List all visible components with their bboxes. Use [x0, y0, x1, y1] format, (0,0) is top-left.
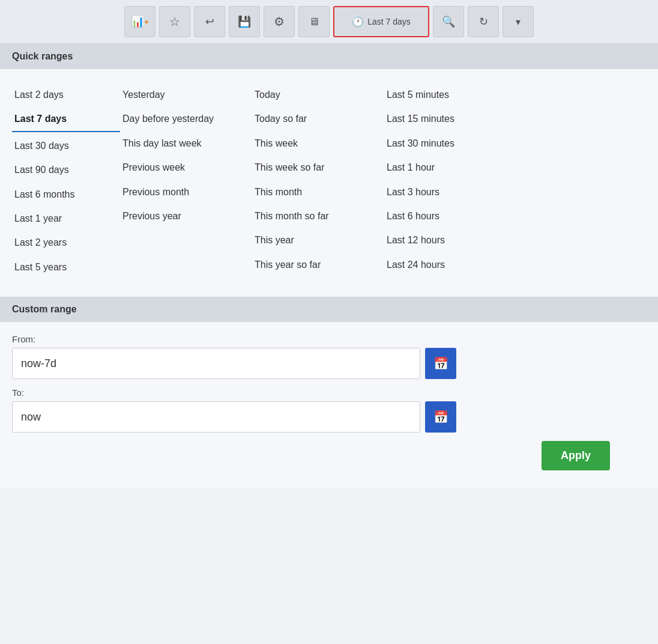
- plus-icon: +: [144, 17, 149, 26]
- custom-range-title: Custom range: [12, 304, 77, 314]
- quick-ranges-header: Quick ranges: [0, 44, 658, 69]
- range-col-4: Last 5 minutes Last 15 minutes Last 30 m…: [384, 84, 504, 279]
- custom-range-body: From: 📅 To: 📅 Apply: [0, 322, 658, 488]
- range-col-1: Last 2 days Last 7 days Last 30 days Las…: [12, 84, 120, 279]
- clock-icon: 🕐: [352, 16, 364, 28]
- to-label: To:: [12, 387, 646, 398]
- time-picker-label: Last 7 days: [367, 17, 411, 26]
- list-item[interactable]: Previous month: [120, 181, 252, 204]
- list-item[interactable]: Day before yesterday: [120, 108, 252, 130]
- refresh-button[interactable]: ↻: [468, 6, 499, 37]
- settings-button[interactable]: ⚙: [264, 6, 295, 37]
- save-button[interactable]: 💾: [229, 6, 260, 37]
- list-item[interactable]: Last 3 hours: [384, 181, 504, 204]
- calendar-icon: 📅: [433, 410, 448, 424]
- quick-ranges-body: Last 2 days Last 7 days Last 30 days Las…: [0, 69, 658, 297]
- toolbar: 📊+ ☆ ↪ 💾 ⚙ 🖥 🕐 Last 7 days 🔍 ↻ ▾: [0, 0, 658, 44]
- list-item[interactable]: Today so far: [252, 108, 384, 130]
- from-input[interactable]: [12, 348, 420, 379]
- list-item[interactable]: Last 6 hours: [384, 205, 504, 228]
- chevron-down-icon: ▾: [516, 16, 521, 28]
- list-item[interactable]: Last 6 months: [12, 183, 120, 206]
- add-panel-button[interactable]: 📊+: [124, 6, 155, 37]
- zoom-button[interactable]: 🔍: [433, 6, 464, 37]
- list-item[interactable]: Last 5 minutes: [384, 84, 504, 106]
- list-item[interactable]: Last 30 minutes: [384, 132, 504, 155]
- list-item[interactable]: Previous week: [120, 156, 252, 179]
- from-field-row: 📅: [12, 348, 646, 379]
- main-content: Quick ranges Last 2 days Last 7 days Las…: [0, 44, 658, 488]
- list-item[interactable]: This year so far: [252, 254, 384, 276]
- zoom-icon: 🔍: [442, 15, 455, 28]
- list-item[interactable]: Last 2 years: [12, 231, 120, 254]
- chart-icon: 📊: [131, 15, 144, 28]
- apply-button[interactable]: Apply: [542, 441, 610, 470]
- refresh-icon: ↻: [479, 15, 488, 28]
- gear-icon: ⚙: [274, 14, 285, 29]
- list-item[interactable]: This month so far: [252, 205, 384, 228]
- to-field-row: 📅: [12, 401, 646, 433]
- range-col-2: Yesterday Day before yesterday This day …: [120, 84, 252, 279]
- quick-ranges-title: Quick ranges: [12, 51, 73, 61]
- list-item[interactable]: Previous year: [120, 205, 252, 228]
- dropdown-button[interactable]: ▾: [503, 6, 534, 37]
- share-icon: ↪: [205, 15, 214, 28]
- list-item[interactable]: Last 30 days: [12, 135, 120, 157]
- custom-range-header: Custom range: [0, 297, 658, 322]
- display-button[interactable]: 🖥: [298, 6, 330, 37]
- list-item[interactable]: Last 1 hour: [384, 156, 504, 179]
- to-calendar-button[interactable]: 📅: [425, 401, 456, 433]
- list-item[interactable]: This week: [252, 132, 384, 155]
- list-item[interactable]: Last 15 minutes: [384, 108, 504, 130]
- list-item[interactable]: Last 90 days: [12, 159, 120, 181]
- calendar-icon: 📅: [433, 356, 448, 371]
- from-label: From:: [12, 334, 646, 344]
- range-col-3: Today Today so far This week This week s…: [252, 84, 384, 279]
- apply-row: Apply: [12, 441, 646, 470]
- star-button[interactable]: ☆: [159, 6, 190, 37]
- list-item[interactable]: Last 24 hours: [384, 254, 504, 276]
- list-item[interactable]: Last 5 years: [12, 256, 120, 279]
- list-item[interactable]: This year: [252, 229, 384, 252]
- list-item[interactable]: Last 2 days: [12, 84, 120, 106]
- list-item[interactable]: Yesterday: [120, 84, 252, 106]
- share-button[interactable]: ↪: [194, 6, 225, 37]
- ranges-grid: Last 2 days Last 7 days Last 30 days Las…: [12, 84, 646, 279]
- monitor-icon: 🖥: [309, 16, 319, 28]
- list-item[interactable]: This month: [252, 181, 384, 204]
- list-item[interactable]: This day last week: [120, 132, 252, 155]
- star-icon: ☆: [169, 14, 180, 29]
- list-item[interactable]: Last 12 hours: [384, 229, 504, 252]
- list-item[interactable]: This week so far: [252, 156, 384, 179]
- save-icon: 💾: [238, 15, 251, 28]
- from-calendar-button[interactable]: 📅: [425, 348, 456, 379]
- list-item[interactable]: Last 7 days: [12, 108, 120, 132]
- time-picker-button[interactable]: 🕐 Last 7 days: [333, 6, 429, 37]
- list-item[interactable]: Last 1 year: [12, 207, 120, 230]
- to-input[interactable]: [12, 401, 420, 433]
- list-item[interactable]: Today: [252, 84, 384, 106]
